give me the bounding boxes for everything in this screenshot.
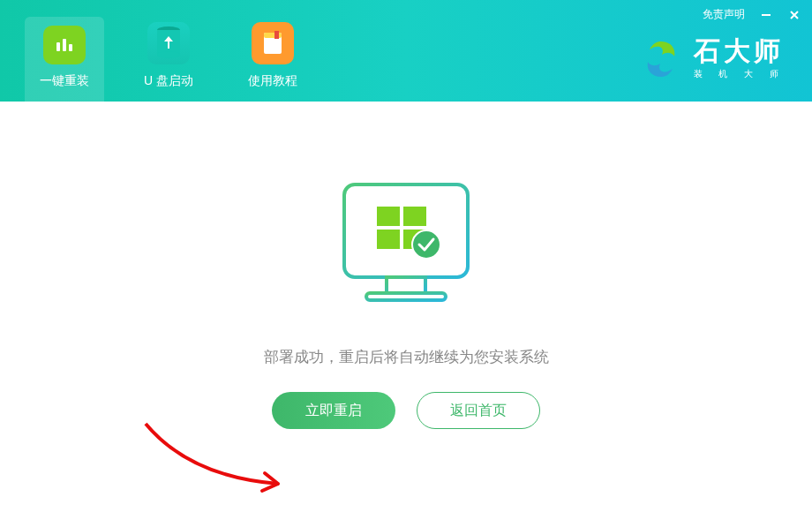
restart-now-button[interactable]: 立即重启 bbox=[272, 392, 395, 429]
brand-tagline: 装 机 大 师 bbox=[694, 68, 786, 80]
success-illustration bbox=[331, 176, 481, 320]
usb-icon bbox=[147, 22, 190, 64]
tab-usb-boot[interactable]: U 盘启动 bbox=[129, 13, 208, 102]
action-buttons: 立即重启 返回首页 bbox=[272, 392, 540, 429]
svg-rect-15 bbox=[377, 230, 400, 249]
svg-point-5 bbox=[157, 51, 180, 58]
status-message: 部署成功，重启后将自动继续为您安装系统 bbox=[264, 347, 549, 367]
tab-tutorial[interactable]: 使用教程 bbox=[233, 13, 312, 102]
bars-icon bbox=[43, 26, 86, 64]
back-home-button[interactable]: 返回首页 bbox=[417, 392, 540, 429]
svg-rect-14 bbox=[403, 207, 426, 226]
tab-label: U 盘启动 bbox=[144, 73, 193, 89]
svg-rect-12 bbox=[366, 293, 446, 300]
svg-rect-1 bbox=[63, 39, 66, 51]
svg-rect-9 bbox=[762, 14, 771, 16]
checkmark-icon bbox=[412, 230, 440, 259]
minimize-button[interactable] bbox=[759, 8, 773, 22]
tab-label: 一键重装 bbox=[40, 73, 89, 89]
book-icon bbox=[252, 22, 294, 64]
brand: 石大师 装 机 大 师 bbox=[639, 37, 786, 81]
brand-text: 石大师 装 机 大 师 bbox=[694, 38, 786, 80]
brand-name: 石大师 bbox=[694, 38, 786, 64]
svg-rect-0 bbox=[56, 42, 60, 51]
close-button[interactable] bbox=[787, 8, 801, 22]
window-controls: 免责声明 bbox=[703, 7, 801, 22]
svg-rect-13 bbox=[377, 207, 400, 226]
tab-label: 使用教程 bbox=[248, 73, 297, 89]
main-content: 部署成功，重启后将自动继续为您安装系统 立即重启 返回首页 bbox=[0, 102, 812, 512]
tab-reinstall[interactable]: 一键重装 bbox=[25, 17, 104, 102]
disclaimer-link[interactable]: 免责声明 bbox=[703, 7, 745, 22]
tab-bar: 一键重装 U 盘启动 使用教程 bbox=[0, 0, 312, 102]
svg-rect-2 bbox=[69, 44, 72, 51]
svg-rect-11 bbox=[387, 277, 425, 293]
brand-logo-icon bbox=[639, 37, 683, 81]
app-header: 一键重装 U 盘启动 使用教程 免责声明 bbox=[0, 0, 812, 102]
svg-rect-8 bbox=[274, 31, 279, 39]
